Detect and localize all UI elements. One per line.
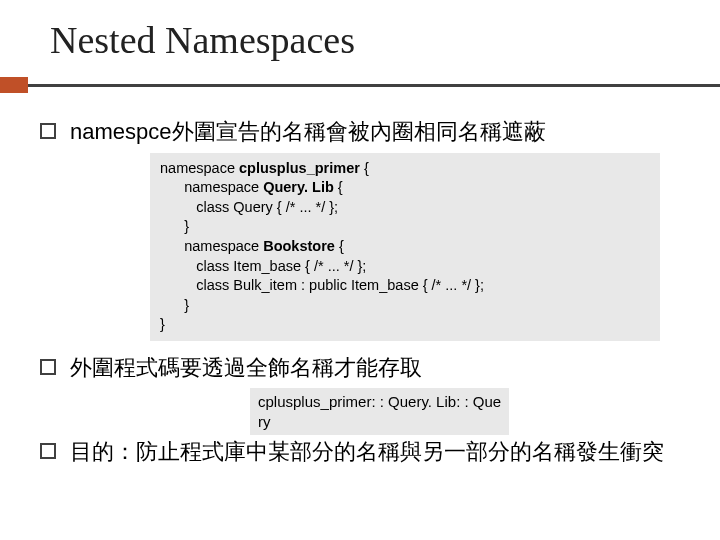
slide-content: namespce外圍宣告的名稱會被內圈相同名稱遮蔽 namespace cplu… (0, 87, 720, 467)
bullet-marker-icon (40, 123, 56, 139)
bullet-item: 目的：防止程式庫中某部分的名稱與另一部分的名稱發生衝突 (40, 437, 720, 467)
code-block-1: namespace cplusplus_primer { namespace Q… (150, 153, 660, 341)
slide-title: Nested Namespaces (50, 18, 720, 62)
code-text: cplusplus_primer (239, 160, 360, 176)
code-text: class Bulk_item : public Item_base { /* … (160, 277, 484, 293)
title-accent (0, 77, 28, 93)
code-text: { (334, 179, 343, 195)
code-block-2: cplusplus_primer: : Query. Lib: : Que ry (250, 388, 509, 435)
code-text: } (160, 218, 189, 234)
bullet-marker-icon (40, 359, 56, 375)
code-text: ry (258, 413, 271, 430)
title-bar: Nested Namespaces (0, 0, 720, 87)
code-text: namespace (160, 179, 263, 195)
bullet-text: namespce外圍宣告的名稱會被內圈相同名稱遮蔽 (70, 117, 546, 147)
bullet-text: 外圍程式碼要透過全飾名稱才能存取 (70, 353, 422, 383)
code-text: namespace (160, 160, 239, 176)
code-text: } (160, 316, 165, 332)
code-text: class Query { /* ... */ }; (160, 199, 338, 215)
code-text: { (335, 238, 344, 254)
code-text: Query. Lib (263, 179, 334, 195)
bullet-item: 外圍程式碼要透過全飾名稱才能存取 (40, 353, 720, 383)
code-text: } (160, 297, 189, 313)
code-text: class Item_base { /* ... */ }; (160, 258, 366, 274)
code-text: cplusplus_primer: : Query. Lib: : Que (258, 393, 501, 410)
bullet-marker-icon (40, 443, 56, 459)
bullet-text: 目的：防止程式庫中某部分的名稱與另一部分的名稱發生衝突 (70, 437, 664, 467)
code-text: namespace (160, 238, 263, 254)
code-text: Bookstore (263, 238, 335, 254)
bullet-item: namespce外圍宣告的名稱會被內圈相同名稱遮蔽 (40, 117, 720, 147)
code-text: { (360, 160, 369, 176)
